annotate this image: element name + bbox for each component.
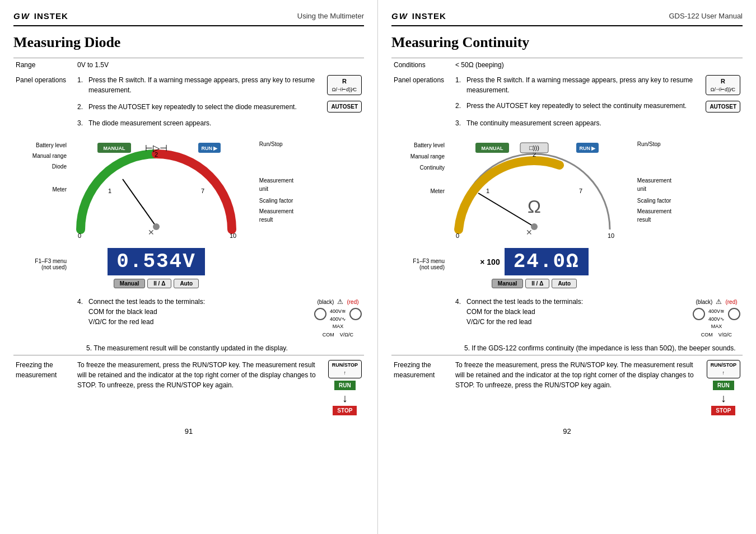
right-meter-labels: Run/Stop Measurementunit Scaling factor … xyxy=(259,140,293,224)
right-vohm-terminal-label: V/Ω/C xyxy=(718,331,732,339)
right-freezing-label: Freezing themeasurement xyxy=(391,355,453,418)
arrow-down-icon: ↓ xyxy=(342,392,348,404)
svg-text:1: 1 xyxy=(486,188,489,194)
svg-text:10: 10 xyxy=(230,232,236,239)
right-step2-num: 2. xyxy=(455,101,463,111)
right-manual-btn: Manual xyxy=(492,279,523,288)
conditions-value: < 50Ω (beeping) xyxy=(453,58,743,72)
right-panel-ops-steps: 1. Press the R switch. If a warning mess… xyxy=(453,72,743,134)
right-autoset-key: AUTOSET xyxy=(706,101,740,113)
run-stop-buttons: RUN/STOP↑ RUN ↓ STOP xyxy=(328,360,362,415)
r-key: R Ω/⊣⊢d))∕C xyxy=(327,75,362,95)
right-arrow-down-icon: ↓ xyxy=(721,392,726,404)
left-page-num: 91 xyxy=(13,427,364,435)
diode-menu-bar: Manual II / Δ Auto xyxy=(69,279,243,288)
right-meter-label: Meter xyxy=(391,186,445,197)
svg-text:MANUAL: MANUAL xyxy=(104,146,125,151)
right-black-label: (black) xyxy=(696,298,712,306)
svg-text:7: 7 xyxy=(201,188,204,194)
left-logo: GW INSTEK xyxy=(13,10,68,22)
continuity-label: Continuity xyxy=(391,162,445,174)
right-battery-label: Battery level xyxy=(391,140,445,151)
range-table: Range 0V to 1.5V Panel operations 1. Pre… xyxy=(13,58,364,134)
step2-num: 2. xyxy=(77,102,85,112)
run-stop-key: RUN/STOP↑ xyxy=(328,360,362,378)
com-terminal xyxy=(314,308,326,320)
svg-text:Ω: Ω xyxy=(528,196,541,217)
svg-text:7: 7 xyxy=(579,188,582,194)
right-left-labels: Battery level Manual range Continuity Me… xyxy=(391,140,445,197)
svg-text:□))): □))) xyxy=(529,144,539,151)
right-step2-text: Press the AUTOSET key repeatedly to sele… xyxy=(466,101,702,111)
diode-meter-svg: 0 1 2 7 10 ✕ MANUAL ⊢▷⊣ RUN ▶ xyxy=(69,140,243,252)
svg-text:MANUAL: MANUAL xyxy=(482,146,503,151)
step4-text: Connect the test leads to the terminals:… xyxy=(88,297,311,327)
manual-btn: Manual xyxy=(114,279,145,288)
left-page-title: Measuring Diode xyxy=(13,34,364,51)
right-freezing-text: To freeze the measurement, press the RUN… xyxy=(455,360,701,390)
com-terminal-label: COM xyxy=(323,331,334,339)
svg-text:RUN ▶: RUN ▶ xyxy=(580,146,596,151)
manual-range-label: Manual range xyxy=(13,151,67,161)
right-step4-row: 4. Connect the test leads to the termina… xyxy=(455,297,740,339)
left-header: GW INSTEK Using the Multimeter xyxy=(13,10,364,26)
right-meas-unit-right: Measurementunit xyxy=(637,176,671,193)
page-left: GW INSTEK Using the Multimeter Measuring… xyxy=(0,0,378,534)
svg-line-5 xyxy=(123,179,156,227)
right-steps-4-5-table: 4. Connect the test leads to the termina… xyxy=(391,295,743,417)
svg-text:1: 1 xyxy=(108,188,111,194)
red-label: (red) xyxy=(347,298,358,306)
right-panel-ops-label: Panel operations xyxy=(391,72,453,134)
scaling-display: × 100 xyxy=(480,257,500,266)
right-run-stop-key: RUN/STOP↑ xyxy=(707,360,740,378)
right-run-stop-buttons: RUN/STOP↑ RUN ↓ STOP xyxy=(707,360,740,415)
panel-ops-label: Panel operations xyxy=(13,72,75,134)
right-run-indicator: RUN xyxy=(713,381,734,390)
right-com-terminal xyxy=(693,308,705,320)
battery-label: Battery level xyxy=(13,140,67,151)
svg-text:0: 0 xyxy=(456,232,459,239)
right-com-terminal-label: COM xyxy=(701,331,713,339)
meter-label: Meter xyxy=(13,184,67,195)
f1f3-label: F1–F3 menu(not used) xyxy=(13,258,67,270)
scaling-right: Scaling factor xyxy=(259,196,293,205)
right-auto-btn: Auto xyxy=(552,279,577,288)
right-step4-text: Connect the test leads to the terminals:… xyxy=(466,297,689,327)
step3-text: The diode measurement screen appears. xyxy=(88,118,211,128)
right-step4-num: 4. xyxy=(455,297,463,307)
step3-num: 3. xyxy=(77,118,85,128)
continuity-meter-svg: 0 1 2 7 10 Ω ✕ MANUAL □))) RUN ▶ xyxy=(447,140,621,252)
vohm-terminal-label: V/Ω/C xyxy=(340,331,353,339)
svg-line-19 xyxy=(478,193,534,227)
left-header-title: Using the Multimeter xyxy=(297,12,364,20)
right-header-title: GDS-122 User Manual xyxy=(669,12,743,20)
svg-text:⊢▷⊣: ⊢▷⊣ xyxy=(145,143,167,153)
step2-text: Press the AUTOSET key repeatedly to sele… xyxy=(88,102,324,112)
auto-btn: Auto xyxy=(174,279,199,288)
diode-meter-area: Battery level Manual range Diode Meter R… xyxy=(69,140,243,288)
right-right-labels: Run/Stop Measurementunit Scaling factor … xyxy=(637,140,671,224)
step4-row: 4. Connect the test leads to the termina… xyxy=(77,297,362,339)
run-stop-right: Run/Stop xyxy=(259,140,293,148)
page-right: GW INSTEK GDS-122 User Manual Measuring … xyxy=(378,0,756,534)
continuity-digit-area: × 100 24.0Ω xyxy=(447,248,621,275)
right-header: GW INSTEK GDS-122 User Manual xyxy=(391,10,743,26)
meas-unit-right: Measurementunit xyxy=(259,176,293,193)
right-meas-result-right: Measurementresult xyxy=(637,207,671,224)
right-run-stop-right: Run/Stop xyxy=(637,140,671,148)
right-red-label: (red) xyxy=(725,298,737,306)
right-terminal-diagram: (black) ⚠ (red) 400V≊ 400V∿ MAX xyxy=(693,297,740,339)
right-step1-text: Press the R switch. If a warning message… xyxy=(466,75,702,95)
vohm-terminal xyxy=(349,308,362,320)
conditions-label: Conditions xyxy=(391,58,453,72)
stop-indicator: STOP xyxy=(333,406,357,415)
right-step3-text: The continuity measurement screen appear… xyxy=(466,118,601,128)
freezing-text: To freeze the measurement, press the RUN… xyxy=(77,360,323,390)
continuity-digit-display: 24.0Ω xyxy=(505,248,589,275)
step1-num: 1. xyxy=(77,75,85,85)
left-meter-labels: Battery level Manual range Diode Meter xyxy=(13,140,67,195)
continuity-meter-area: Battery level Manual range Continuity Me… xyxy=(447,140,621,288)
diode-label: Diode xyxy=(13,161,67,172)
meas-result-right: Measurementresult xyxy=(259,207,293,224)
step1-text: Press the R switch. If a warning message… xyxy=(88,75,324,95)
